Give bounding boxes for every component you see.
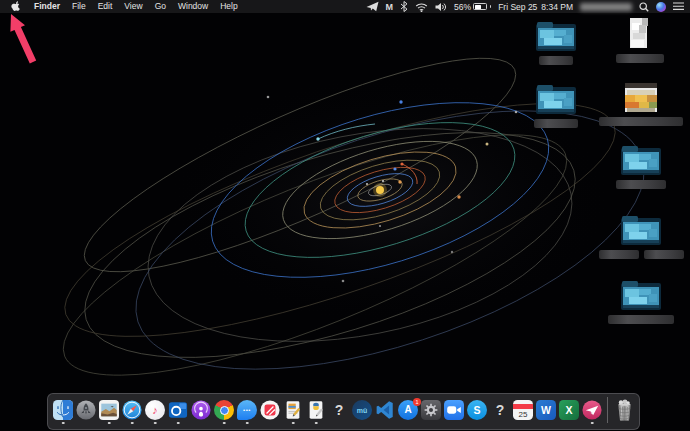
- folder-icon: [621, 145, 661, 177]
- menu-edit[interactable]: Edit: [92, 0, 119, 13]
- wifi-icon[interactable]: [415, 2, 428, 12]
- spreadsheet-icon: [621, 82, 661, 114]
- dock-finder[interactable]: [53, 400, 73, 420]
- battery-indicator[interactable]: 56%: [454, 2, 491, 12]
- dock-launchpad[interactable]: [76, 400, 96, 420]
- apple-logo-icon: [11, 1, 21, 13]
- excel-icon: X: [559, 400, 579, 420]
- document-edit-icon: [283, 400, 303, 420]
- siri-icon[interactable]: [656, 2, 666, 12]
- finder-icon: [53, 400, 73, 420]
- menu-go[interactable]: Go: [149, 0, 172, 13]
- redacted-label: [608, 315, 674, 324]
- musescore-icon: mû: [352, 400, 372, 420]
- redacted-label: [599, 250, 639, 259]
- redacted-label: [599, 117, 683, 126]
- paper-plane-icon: [582, 400, 602, 420]
- dock-messages[interactable]: •••: [237, 400, 257, 420]
- dock-excel[interactable]: X: [559, 400, 579, 420]
- dock-safari[interactable]: [122, 400, 142, 420]
- dock-textedit-document[interactable]: [283, 400, 303, 420]
- python-file-icon: [306, 400, 326, 420]
- folder-icon: [621, 215, 661, 247]
- launchpad-icon: [76, 400, 96, 420]
- bluetooth-icon[interactable]: [400, 1, 408, 12]
- desktop-icon-folder-3[interactable]: [621, 145, 661, 189]
- question-mark-icon: ?: [329, 400, 349, 420]
- apple-menu[interactable]: [6, 1, 28, 13]
- menu-view[interactable]: View: [118, 0, 148, 13]
- redacted-label: [539, 56, 573, 65]
- redacted-label: [644, 250, 684, 259]
- dock-calendar[interactable]: 25: [513, 400, 533, 420]
- chrome-icon: [214, 400, 234, 420]
- clock-time: 8:34 PM: [541, 2, 573, 12]
- dock-python-document[interactable]: [306, 400, 326, 420]
- desktop-icon-spreadsheet[interactable]: [621, 82, 661, 126]
- dock-separator: [607, 397, 608, 423]
- question-mark-icon: ?: [490, 400, 510, 420]
- dock-unknown-app-2[interactable]: ?: [490, 400, 510, 420]
- video-camera-icon: [444, 400, 464, 420]
- document-icon: [623, 17, 657, 51]
- trash-icon: [614, 398, 634, 422]
- folder-icon: [536, 21, 576, 53]
- battery-icon: [473, 3, 487, 10]
- dock-system-preferences[interactable]: [421, 400, 441, 420]
- dock-news[interactable]: [260, 400, 280, 420]
- dock-zoom[interactable]: [444, 400, 464, 420]
- telegram-menu-icon[interactable]: [366, 1, 379, 12]
- dock-outlook[interactable]: [168, 400, 188, 420]
- spotlight-icon[interactable]: [639, 2, 649, 12]
- desktop-icon-folder-1[interactable]: [536, 21, 576, 65]
- dock-skype[interactable]: S: [467, 400, 487, 420]
- vscode-icon: [375, 400, 395, 420]
- desktop-icon-folder-5[interactable]: [621, 280, 661, 324]
- dock-mail-app[interactable]: [582, 400, 602, 420]
- battery-percent: 56%: [454, 2, 471, 12]
- wallpaper-solar-system: [0, 0, 690, 431]
- menu-window[interactable]: Window: [172, 0, 214, 13]
- desktop-icon-folder-2[interactable]: [536, 84, 576, 128]
- dock-trash[interactable]: [613, 398, 634, 423]
- word-icon: W: [536, 400, 556, 420]
- app-store-badge: 1: [413, 398, 421, 406]
- notification-center-icon[interactable]: [673, 2, 684, 11]
- dock: ♪ ••• ? mû A 1 S ? 25 W X: [47, 393, 640, 430]
- calendar-icon: 25: [513, 400, 533, 420]
- menu-file[interactable]: File: [66, 0, 92, 13]
- dock-word[interactable]: W: [536, 400, 556, 420]
- desktop-icon-document[interactable]: [623, 17, 657, 63]
- desktop-icon-folder-4[interactable]: [621, 215, 661, 259]
- calendar-day: 25: [519, 411, 528, 419]
- outlook-icon: [168, 400, 188, 420]
- folder-icon: [621, 280, 661, 312]
- gmail-menu-icon[interactable]: M: [386, 2, 394, 12]
- menubar-clock[interactable]: Fri Sep 25 8:34 PM: [498, 2, 573, 12]
- dock-app-store[interactable]: A 1: [398, 400, 418, 420]
- safari-icon: [122, 400, 142, 420]
- messages-icon: •••: [237, 400, 257, 420]
- redacted-label: [616, 54, 664, 63]
- gear-icon: [421, 400, 441, 420]
- podcasts-icon: [191, 400, 211, 420]
- news-icon: [260, 400, 280, 420]
- username-redacted[interactable]: [580, 3, 632, 11]
- music-icon: ♪: [145, 400, 165, 420]
- volume-icon[interactable]: [435, 2, 447, 12]
- menu-bar: Finder File Edit View Go Window Help M 5…: [0, 0, 690, 13]
- menu-help[interactable]: Help: [214, 0, 243, 13]
- dock-chrome[interactable]: [214, 400, 234, 420]
- clock-date: Fri Sep 25: [498, 2, 537, 12]
- redacted-label: [616, 180, 666, 189]
- folder-icon: [536, 84, 576, 116]
- dock-musescore[interactable]: mû: [352, 400, 372, 420]
- redacted-label: [534, 119, 578, 128]
- skype-icon: S: [467, 400, 487, 420]
- dock-preview[interactable]: [99, 400, 119, 420]
- menu-finder[interactable]: Finder: [28, 0, 66, 13]
- dock-unknown-app-1[interactable]: ?: [329, 400, 349, 420]
- dock-vscode[interactable]: [375, 400, 395, 420]
- dock-podcasts[interactable]: [191, 400, 211, 420]
- dock-music[interactable]: ♪: [145, 400, 165, 420]
